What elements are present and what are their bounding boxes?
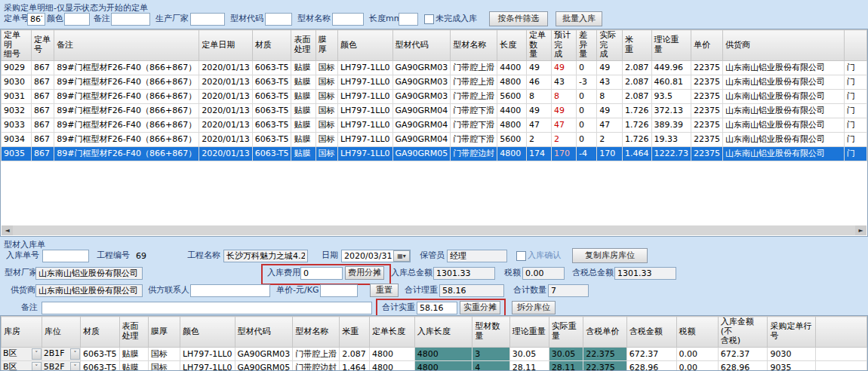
table-cell[interactable]: 49: [551, 103, 576, 118]
table-row[interactable]: 903486789#门框型材F26-F40（866+867）2020/01/13…: [2, 132, 867, 146]
table-cell[interactable]: 4800: [369, 360, 414, 371]
table-cell[interactable]: 2020/01/13: [199, 75, 252, 89]
table-cell[interactable]: 89#门框型材F26-F40（866+867）: [54, 146, 199, 161]
table-cell[interactable]: 49: [527, 103, 552, 118]
column-header[interactable]: 实际完 成: [597, 30, 623, 61]
table-cell[interactable]: 389.39: [651, 118, 691, 132]
table-cell[interactable]: 8: [527, 89, 552, 103]
table-cell[interactable]: 门: [844, 103, 866, 118]
table-cell[interactable]: -4: [576, 146, 596, 161]
table-cell[interactable]: 国标: [315, 75, 337, 89]
table-cell[interactable]: 山东南山铝业股份有限公司: [723, 103, 845, 118]
table-cell[interactable]: 9030: [768, 347, 816, 360]
table-cell[interactable]: 山东南山铝业股份有限公司: [723, 132, 845, 146]
project-name-field[interactable]: [223, 250, 308, 262]
table-cell[interactable]: 贴膜: [119, 360, 148, 371]
table-cell[interactable]: 49: [551, 60, 576, 75]
table-cell[interactable]: 6063-T5: [252, 132, 291, 146]
column-header[interactable]: 单价: [691, 30, 723, 61]
table-cell[interactable]: 6063-T5: [80, 360, 119, 371]
total-theory-weight-field[interactable]: [439, 284, 504, 297]
table-cell[interactable]: 22375: [691, 146, 723, 161]
table-cell[interactable]: 372.13: [651, 103, 691, 118]
table-cell[interactable]: ˅5B2F: [42, 360, 80, 371]
table-cell[interactable]: 国标: [315, 132, 337, 146]
tax-field[interactable]: [522, 267, 565, 280]
fee-allocate-button[interactable]: 费用分摊: [345, 266, 384, 280]
column-header[interactable]: [844, 30, 866, 61]
inbound-no-input[interactable]: [42, 250, 89, 262]
profile-factory-field[interactable]: [35, 267, 143, 280]
remark-filter-input[interactable]: [111, 13, 150, 26]
table-row[interactable]: ˅B区˅2B1F6063-T5贴膜国标LH797-1LL0GA90GRM03门带…: [2, 347, 867, 360]
table-cell[interactable]: 22375: [691, 60, 723, 75]
table-cell[interactable]: 89#门框型材F26-F40（866+867）: [54, 89, 199, 103]
table-cell[interactable]: 0: [576, 103, 596, 118]
table-cell[interactable]: 867: [31, 118, 54, 132]
table-cell[interactable]: GA90GRM03: [392, 60, 451, 75]
dropdown-arrow-icon[interactable]: ˅: [32, 362, 42, 371]
table-cell[interactable]: 867: [31, 103, 54, 118]
filter-by-condition-button[interactable]: 按条件筛选: [489, 11, 548, 26]
table-cell[interactable]: 1222.73: [651, 146, 691, 161]
column-header[interactable]: 表面 处理: [119, 317, 148, 348]
column-header[interactable]: 含税金额: [626, 317, 676, 348]
table-cell[interactable]: 贴膜: [291, 132, 315, 146]
table-cell[interactable]: 867: [31, 89, 54, 103]
table-cell[interactable]: 门带腔上滑: [451, 75, 497, 89]
table-cell[interactable]: 5600: [497, 132, 527, 146]
column-header[interactable]: 长度: [497, 30, 527, 61]
table-cell[interactable]: 贴膜: [291, 146, 315, 161]
table-cell[interactable]: LH797-1LL0: [337, 75, 392, 89]
column-header[interactable]: 型材代码: [235, 317, 293, 348]
table-cell[interactable]: LH797-1LL0: [337, 132, 392, 146]
inbound-remark-input[interactable]: [42, 302, 372, 314]
table-cell[interactable]: 672.37: [626, 347, 676, 360]
unit-price-input[interactable]: [320, 284, 358, 297]
manufacturer-input[interactable]: [190, 13, 225, 26]
column-header[interactable]: 型材名称: [451, 30, 497, 61]
table-cell[interactable]: 贴膜: [291, 60, 315, 75]
table-cell[interactable]: 30.05: [549, 347, 583, 360]
table-cell[interactable]: 2020/01/13: [199, 146, 252, 161]
table-cell[interactable]: 43: [597, 75, 623, 89]
table-cell[interactable]: 49: [597, 103, 623, 118]
table-cell[interactable]: 89#门框型材F26-F40（866+867）: [54, 118, 199, 132]
table-cell[interactable]: 867: [31, 146, 54, 161]
table-cell[interactable]: 9030: [2, 75, 32, 89]
length-filter-input[interactable]: [399, 13, 418, 26]
table-cell[interactable]: 0: [576, 89, 596, 103]
inbound-confirm-checkbox[interactable]: [516, 251, 526, 261]
table-cell[interactable]: 门: [844, 146, 866, 161]
table-cell[interactable]: 28.11: [549, 360, 583, 371]
column-header[interactable]: 库位: [42, 317, 80, 348]
table-cell[interactable]: 门带腔上滑: [451, 89, 497, 103]
table-cell[interactable]: 2.087: [340, 347, 370, 360]
copy-warehouse-button[interactable]: 复制库房库位: [572, 248, 648, 263]
table-cell[interactable]: 门: [844, 75, 866, 89]
table-cell[interactable]: LH797-1LL0: [337, 146, 392, 161]
table-cell[interactable]: 93.5: [651, 89, 691, 103]
table-cell[interactable]: 4800: [414, 360, 472, 371]
column-header[interactable]: 含税单价: [583, 317, 627, 348]
table-cell[interactable]: 山东南山铝业股份有限公司: [723, 75, 845, 89]
table-cell[interactable]: 628.96: [718, 360, 768, 371]
column-header[interactable]: 库房: [2, 317, 42, 348]
column-header[interactable]: 膜厚: [148, 317, 180, 348]
column-header[interactable]: 定单日期: [199, 30, 252, 61]
table-cell[interactable]: 2: [527, 132, 552, 146]
column-header[interactable]: 预计完 成: [551, 30, 576, 61]
column-header[interactable]: 供货商: [723, 30, 845, 61]
table-cell[interactable]: LH797-1LL0: [337, 103, 392, 118]
total-actual-weight-input[interactable]: [417, 302, 457, 314]
dropdown-arrow-icon[interactable]: ˅: [70, 348, 80, 360]
table-cell[interactable]: GA90GRM05: [235, 360, 293, 371]
table-cell[interactable]: GA90GRM03: [392, 89, 451, 103]
table-cell[interactable]: 门带腔下滑: [451, 132, 497, 146]
column-header[interactable]: 材质: [80, 317, 119, 348]
table-cell[interactable]: GA90GRM05: [392, 146, 451, 161]
table-cell[interactable]: 22375: [691, 118, 723, 132]
table-cell[interactable]: 国标: [148, 347, 180, 360]
column-header[interactable]: 税额: [676, 317, 718, 348]
profile-code-filter-input[interactable]: [265, 13, 292, 26]
